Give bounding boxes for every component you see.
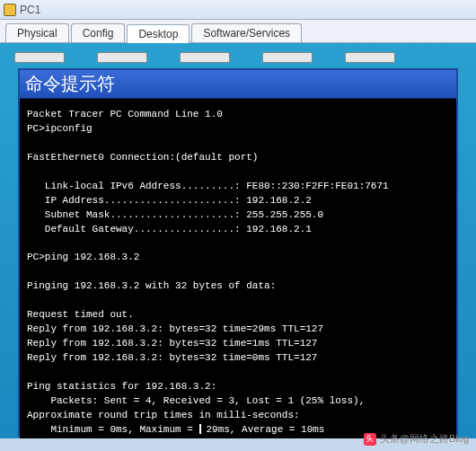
watermark-logo-icon: 头: [364, 433, 376, 446]
watermark: 头 头条@网络之路Blog: [364, 432, 469, 446]
terminal-line: Request timed out.: [27, 309, 134, 320]
terminal-line: IP Address......................: 192.16…: [27, 195, 312, 206]
desktop-area: 命令提示符 Packet Tracer PC Command Line 1.0 …: [0, 43, 476, 438]
tab-desktop[interactable]: Desktop: [127, 24, 190, 43]
terminal-line: Approximate round trip times in milli-se…: [27, 410, 300, 420]
command-prompt-window: 命令提示符 Packet Tracer PC Command Line 1.0 …: [18, 68, 458, 437]
window-titlebar: PC1: [0, 0, 476, 20]
desktop-shortcut[interactable]: [345, 52, 395, 63]
command-prompt-body[interactable]: Packet Tracer PC Command Line 1.0 PC>ipc…: [20, 99, 456, 438]
tab-config[interactable]: Config: [71, 23, 126, 42]
terminal-line: Subnet Mask.....................: 255.25…: [27, 209, 323, 220]
terminal-line: Packets: Sent = 4, Received = 3, Lost = …: [27, 395, 365, 406]
terminal-line: Packet Tracer PC Command Line 1.0: [27, 109, 223, 119]
terminal-line: Reply from 192.168.3.2: bytes=32 time=29…: [27, 323, 323, 334]
tab-physical[interactable]: Physical: [5, 23, 69, 42]
command-prompt-title: 命令提示符: [20, 70, 456, 99]
terminal-line: Default Gateway.................: 192.16…: [27, 224, 312, 234]
desktop-shortcut[interactable]: [180, 52, 230, 63]
watermark-label: 头条@网络之路Blog: [380, 432, 469, 446]
terminal-line: Minimum = 0ms, Maximum =: [27, 424, 198, 435]
window-title: PC1: [20, 4, 40, 16]
terminal-line: PC>ipconfig: [27, 123, 93, 134]
desktop-shortcut[interactable]: [97, 52, 147, 63]
desktop-shortcut[interactable]: [14, 52, 65, 63]
terminal-line: 29ms, Average = 10ms: [206, 424, 324, 435]
terminal-line: FastEthernet0 Connection:(default port): [27, 152, 258, 163]
terminal-line: PC>ping 192.168.3.2: [27, 252, 139, 262]
terminal-line: Pinging 192.168.3.2 with 32 bytes of dat…: [27, 280, 276, 291]
tab-software-services[interactable]: Software/Services: [191, 23, 302, 42]
desktop-shortcut[interactable]: [262, 52, 313, 63]
terminal-line: Reply from 192.168.3.2: bytes=32 time=0m…: [27, 352, 317, 363]
app-icon: [4, 4, 16, 16]
tab-row: Physical Config Desktop Software/Service…: [0, 20, 476, 43]
terminal-line: Reply from 192.168.3.2: bytes=32 time=1m…: [27, 338, 317, 349]
desktop-icon-row: [7, 52, 469, 68]
text-cursor: [199, 424, 205, 434]
terminal-line: Link-local IPv6 Address.........: FE80::…: [27, 181, 389, 191]
terminal-line: Ping statistics for 192.168.3.2:: [27, 381, 216, 392]
